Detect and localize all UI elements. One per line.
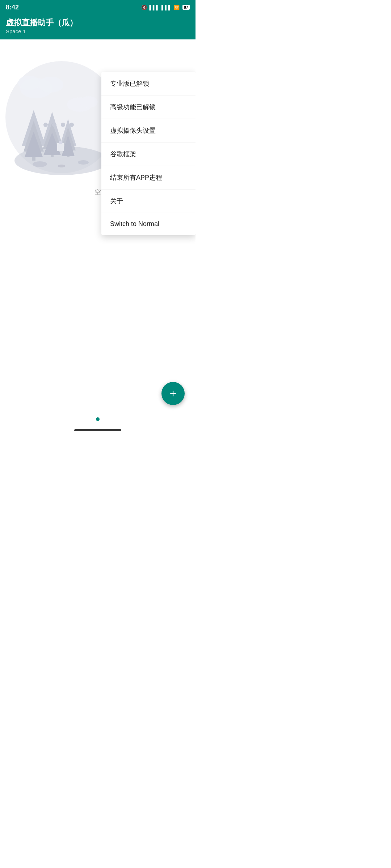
signal2-icon: ▌▌▌ <box>161 5 172 10</box>
dot-2 <box>52 123 56 127</box>
svg-point-23 <box>58 165 65 167</box>
svg-point-3 <box>38 77 63 93</box>
dot-3 <box>61 123 65 127</box>
app-title: 虚拟直播助手（瓜） <box>6 18 190 27</box>
nav-dot-active <box>96 417 100 421</box>
svg-point-22 <box>78 160 89 165</box>
menu-item-virtual-camera[interactable]: 虚拟摄像头设置 <box>101 119 196 142</box>
svg-rect-20 <box>59 141 62 144</box>
mute-icon: 🔇 <box>141 5 147 10</box>
battery-indicator: 87 <box>182 5 190 10</box>
svg-rect-19 <box>57 143 64 151</box>
app-bar: 虚拟直播助手（瓜） Space 1 <box>0 14 196 39</box>
signal-icon: ▌▌▌ <box>149 5 159 10</box>
content-area: 空 + 专业版已解锁 高级功能已解锁 虚拟摄像头设置 谷歌框架 结束所有APP进… <box>0 39 196 434</box>
menu-item-advanced-unlocked[interactable]: 高级功能已解锁 <box>101 95 196 119</box>
dot-1 <box>43 123 48 127</box>
dropdown-menu: 专业版已解锁 高级功能已解锁 虚拟摄像头设置 谷歌框架 结束所有APP进程 关于… <box>101 72 196 235</box>
status-icons: 🔇 ▌▌▌ ▌▌▌ 🛜 87 <box>141 5 190 10</box>
menu-item-google-framework[interactable]: 谷歌框架 <box>101 142 196 166</box>
svg-point-4 <box>18 76 40 90</box>
app-wrapper: 8:42 🔇 ▌▌▌ ▌▌▌ 🛜 87 虚拟直播助手（瓜） Space 1 <box>0 0 196 434</box>
menu-item-switch-normal[interactable]: Switch to Normal <box>101 213 196 235</box>
status-time: 8:42 <box>6 4 19 11</box>
svg-point-21 <box>33 161 47 167</box>
add-button[interactable]: + <box>161 382 185 405</box>
menu-item-pro-unlocked[interactable]: 专业版已解锁 <box>101 72 196 95</box>
dot-4 <box>70 123 74 127</box>
wifi-icon: 🛜 <box>174 5 180 10</box>
app-subtitle: Space 1 <box>6 28 190 34</box>
svg-point-6 <box>80 96 98 108</box>
menu-item-kill-all[interactable]: 结束所有APP进程 <box>101 166 196 190</box>
page-dots <box>43 123 74 127</box>
bottom-nav <box>96 417 100 421</box>
add-icon: + <box>170 388 177 399</box>
menu-item-about[interactable]: 关于 <box>101 190 196 213</box>
status-bar: 8:42 🔇 ▌▌▌ ▌▌▌ 🛜 87 <box>0 0 196 14</box>
home-bar <box>74 429 121 431</box>
